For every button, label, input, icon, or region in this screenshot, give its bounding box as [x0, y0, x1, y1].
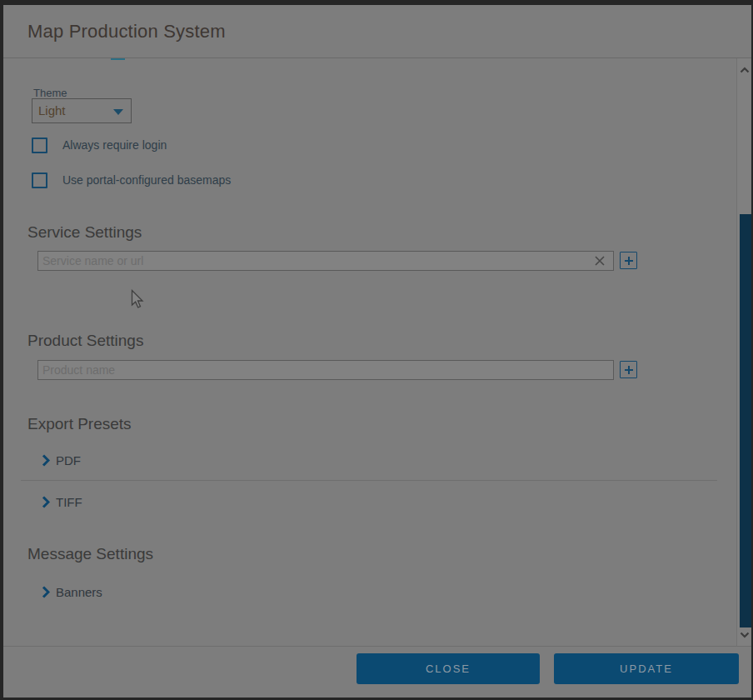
map-production-system-dialog: Map Production System Theme Light Always… — [3, 5, 751, 698]
plus-icon — [624, 256, 634, 266]
theme-select-value: Light — [38, 103, 66, 118]
banners-expander[interactable]: Banners — [42, 583, 102, 600]
chevron-right-icon — [42, 454, 50, 467]
portal-basemaps-label: Use portal-configured basemaps — [62, 173, 231, 187]
scrolled-element-edge — [111, 58, 125, 60]
service-settings-heading: Service Settings — [27, 223, 142, 242]
theme-label: Theme — [33, 87, 67, 99]
scrollbar-up-button[interactable] — [738, 63, 751, 77]
chevron-down-icon — [113, 109, 123, 115]
pdf-label: PDF — [56, 453, 81, 468]
always-require-login-label: Always require login — [62, 138, 167, 152]
divider — [21, 480, 717, 481]
tiff-expander[interactable]: TIFF — [42, 493, 82, 510]
message-settings-heading: Message Settings — [27, 545, 153, 563]
product-name-input[interactable] — [37, 360, 614, 380]
vertical-scrollbar[interactable] — [736, 58, 751, 646]
tiff-label: TIFF — [56, 495, 82, 509]
dialog-title: Map Production System — [27, 19, 226, 44]
service-name-input[interactable] — [37, 251, 614, 271]
close-button[interactable]: CLOSE — [357, 653, 540, 684]
dialog-footer: CLOSE UPDATE — [3, 646, 751, 698]
chevron-right-icon — [42, 496, 50, 508]
portal-basemaps-checkbox[interactable] — [32, 172, 47, 188]
product-settings-heading: Product Settings — [27, 332, 143, 350]
add-product-button[interactable] — [620, 361, 637, 378]
banners-label: Banners — [56, 585, 102, 599]
update-button[interactable]: UPDATE — [554, 653, 739, 684]
clear-icon[interactable] — [593, 254, 606, 268]
chevron-up-icon — [740, 67, 750, 73]
scrollbar-down-button[interactable] — [738, 628, 751, 642]
always-require-login-checkbox[interactable] — [32, 138, 47, 153]
mouse-cursor — [131, 289, 145, 310]
screen: Map Production System Theme Light Always… — [0, 0, 753, 700]
dialog-header: Map Production System — [3, 5, 751, 58]
theme-select[interactable]: Light — [32, 98, 132, 123]
add-service-button[interactable] — [620, 252, 637, 269]
plus-icon — [624, 365, 634, 375]
scrollbar-thumb[interactable] — [740, 214, 751, 628]
chevron-right-icon — [42, 586, 50, 598]
export-presets-heading: Export Presets — [27, 415, 132, 433]
chevron-down-icon — [740, 632, 750, 638]
pdf-expander[interactable]: PDF — [42, 452, 81, 468]
x-icon — [593, 254, 606, 268]
